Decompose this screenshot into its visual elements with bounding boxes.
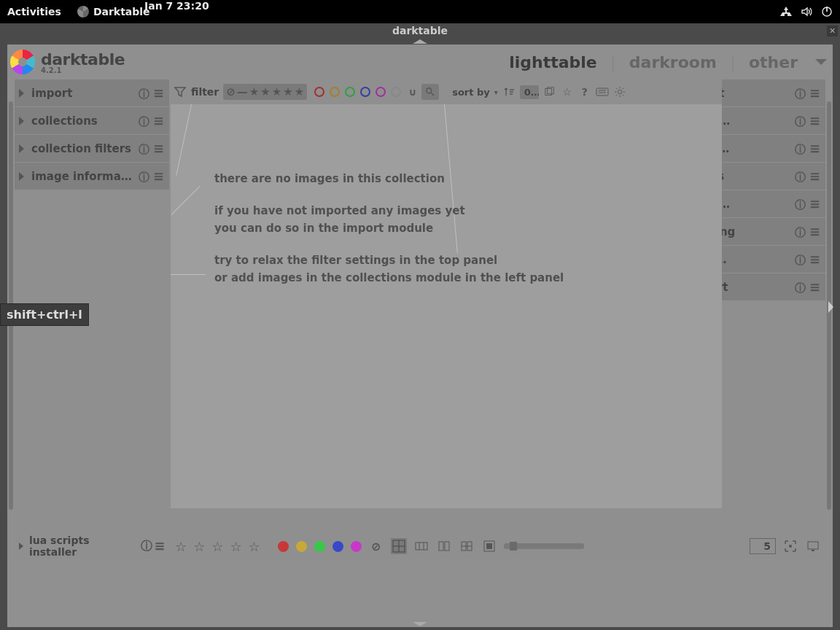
collapse-bottom-arrow-icon[interactable]: [413, 622, 427, 626]
color-filter-circle[interactable]: [330, 87, 340, 97]
info-icon[interactable]: ⓘ: [795, 143, 806, 155]
module-label: image informat…: [31, 170, 136, 183]
info-icon[interactable]: ⓘ: [795, 198, 806, 210]
info-icon[interactable]: ⓘ: [139, 143, 150, 155]
rate-star-icon[interactable]: ☆: [249, 539, 260, 554]
info-icon[interactable]: ⓘ: [795, 226, 806, 238]
svg-rect-16: [439, 542, 443, 551]
display-profile-icon[interactable]: [805, 538, 821, 554]
gnome-top-bar: Activities Darktable Jan 7 23:20: [0, 0, 840, 23]
clear-color-icon[interactable]: ⊘: [368, 538, 384, 554]
sort-direction-icon[interactable]: ▾: [494, 88, 498, 96]
view-darkroom[interactable]: darkroom: [629, 53, 717, 71]
layout-culling-icon[interactable]: [436, 538, 452, 554]
filter-any-icon[interactable]: ∪: [408, 86, 416, 98]
color-filter-circle[interactable]: [314, 87, 324, 97]
grouping-icon[interactable]: [543, 85, 556, 98]
preset-menu-icon[interactable]: [153, 115, 165, 127]
layout-culling-dynamic-icon[interactable]: [459, 538, 475, 554]
info-icon[interactable]: ⓘ: [139, 88, 150, 99]
color-label-dot[interactable]: [332, 541, 343, 552]
preset-menu-icon[interactable]: [809, 88, 821, 99]
reject-icon[interactable]: ⊘: [226, 85, 236, 98]
color-filter-circle[interactable]: [391, 87, 401, 97]
module-left-0[interactable]: importⓘ: [15, 79, 169, 106]
color-filter-circle[interactable]: [345, 87, 355, 97]
expand-right-icon[interactable]: [828, 301, 833, 313]
color-filter-circle[interactable]: [376, 87, 386, 97]
layout-preview-icon[interactable]: [481, 538, 497, 554]
star-icon[interactable]: ★: [283, 85, 292, 98]
rate-star-icon[interactable]: ☆: [193, 539, 205, 554]
lua-scripts-module[interactable]: lua scripts installer ⓘ: [15, 534, 171, 559]
view-lighttable[interactable]: lighttable: [509, 53, 597, 71]
info-icon[interactable]: ⓘ: [795, 254, 806, 265]
layout-zoomable-icon[interactable]: [413, 538, 429, 554]
view-dropdown-icon[interactable]: [815, 59, 827, 65]
view-other[interactable]: other: [749, 53, 798, 71]
sort-field[interactable]: 0…: [520, 85, 539, 99]
expand-icon: [19, 117, 24, 125]
color-label-dot[interactable]: [351, 541, 362, 552]
rate-star-icon[interactable]: ☆: [175, 539, 187, 554]
preset-menu-icon[interactable]: [153, 171, 165, 182]
preset-menu-icon[interactable]: [809, 143, 821, 155]
color-filter-circle[interactable]: [360, 87, 370, 97]
app-menu[interactable]: Darktable: [77, 6, 150, 18]
sort-order-icon[interactable]: [502, 85, 516, 98]
module-left-3[interactable]: image informat…ⓘ: [15, 163, 169, 190]
preset-menu-icon[interactable]: [153, 143, 165, 155]
preset-menu-icon[interactable]: [809, 226, 821, 238]
preferences-gear-icon[interactable]: [613, 85, 626, 98]
preset-menu-icon[interactable]: [809, 281, 821, 293]
top-filter-bar: filter ⊘ — ★ ★ ★ ★ ★ ∪: [171, 79, 722, 104]
color-label-dot[interactable]: [314, 541, 325, 552]
info-icon[interactable]: ⓘ: [139, 115, 150, 127]
keyboard-icon[interactable]: [596, 85, 609, 98]
focus-peaking-icon[interactable]: [782, 538, 798, 554]
activities-button[interactable]: Activities: [7, 6, 61, 18]
rate-star-icon[interactable]: ☆: [230, 539, 241, 554]
bottom-toolbar: lua scripts installer ⓘ ☆ ☆ ☆ ☆ ☆ ⊘: [15, 534, 825, 559]
filter-funnel-icon[interactable]: [174, 85, 187, 98]
view-separator: |: [610, 53, 616, 71]
star-icon[interactable]: ★: [295, 85, 304, 98]
rate-star-icon[interactable]: ☆: [211, 539, 223, 554]
window-close-button[interactable]: ✕: [827, 26, 838, 36]
overlay-star-icon[interactable]: ☆: [561, 85, 574, 98]
star-icon[interactable]: ★: [272, 85, 281, 98]
info-icon[interactable]: ⓘ: [140, 540, 153, 553]
right-rail[interactable]: [825, 79, 833, 532]
preset-menu-icon[interactable]: [809, 171, 821, 182]
thumbnail-size-slider[interactable]: [504, 543, 584, 549]
info-icon[interactable]: ⓘ: [139, 171, 150, 182]
layout-grid-icon[interactable]: [391, 538, 407, 554]
color-label-dot[interactable]: [278, 541, 289, 552]
network-icon[interactable]: [780, 6, 792, 18]
info-icon[interactable]: ⓘ: [795, 88, 806, 99]
info-icon[interactable]: ⓘ: [795, 171, 806, 182]
preset-menu-icon[interactable]: [809, 115, 821, 127]
volume-icon[interactable]: [801, 6, 812, 18]
preset-menu-icon[interactable]: [809, 198, 821, 210]
module-left-1[interactable]: collectionsⓘ: [15, 107, 169, 134]
info-icon[interactable]: ⓘ: [795, 281, 806, 293]
rating-filter[interactable]: ⊘ — ★ ★ ★ ★ ★: [223, 84, 307, 100]
unstar-icon[interactable]: —: [237, 85, 248, 98]
star-icon[interactable]: ★: [260, 85, 270, 98]
info-icon[interactable]: ⓘ: [795, 115, 806, 127]
view-separator: |: [730, 53, 736, 71]
power-icon[interactable]: [821, 6, 833, 18]
preset-menu-icon[interactable]: [153, 540, 166, 553]
thumbnail-columns-input[interactable]: 5: [750, 538, 776, 554]
search-button[interactable]: [421, 84, 439, 100]
color-label-dot[interactable]: [296, 541, 307, 552]
preset-menu-icon[interactable]: [809, 254, 821, 265]
collapse-top-arrow-icon[interactable]: [413, 39, 427, 44]
star-icon[interactable]: ★: [249, 85, 259, 98]
svg-point-23: [789, 545, 792, 548]
module-label: import: [31, 87, 136, 100]
module-left-2[interactable]: collection filtersⓘ: [15, 135, 169, 162]
preset-menu-icon[interactable]: [153, 88, 165, 99]
help-icon[interactable]: ?: [578, 85, 591, 98]
